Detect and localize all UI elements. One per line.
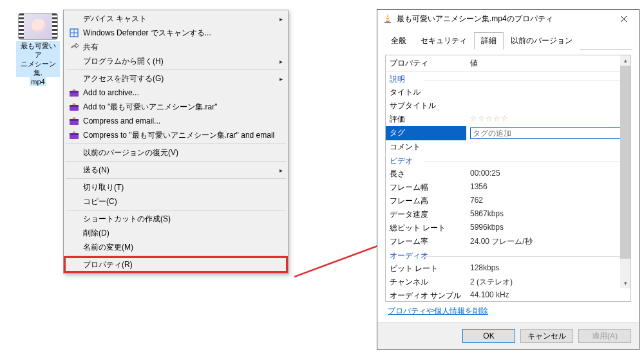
spacer-icon [68,182,80,193]
tag-input[interactable] [470,127,622,139]
menu-send-to[interactable]: 送る(N) ▸ [65,163,287,177]
menu-defender-scan[interactable]: Windows Defender でスキャンする... [65,26,287,40]
row-length-value[interactable]: 00:00:25 [466,167,630,181]
properties-dialog: 最も可愛いアニメシーン集.mp4のプロパティ 全般 セキュリティ 詳細 以前のバ… [377,9,639,350]
spacer-icon [68,241,80,253]
svg-rect-6 [70,119,79,121]
menu-delete[interactable]: 削除(D) [65,226,287,240]
row-frame-rate-label[interactable]: フレーム率 [386,235,466,248]
row-sample-rate-value[interactable]: 44.100 kHz [466,289,630,302]
row-frame-height-value[interactable]: 762 [466,194,630,208]
row-frame-width-label[interactable]: フレーム幅 [386,181,466,194]
row-subtitle-label[interactable]: サブタイトル [386,99,466,113]
spacer-icon [68,147,80,158]
spacer-icon [68,73,80,84]
row-length-label[interactable]: 長さ [386,167,466,181]
svg-rect-2 [70,91,79,93]
svg-rect-8 [70,133,79,135]
close-icon [620,15,627,23]
submenu-arrow-icon: ▸ [279,15,283,23]
row-total-bitrate-label[interactable]: 総ビット レート [386,221,466,235]
row-bitrate-value[interactable]: 128kbps [466,262,630,275]
submenu-arrow-icon: ▸ [279,167,283,174]
details-property-grid: プロパティ 値 説明 タイトル サブタイトル 評価 ☆☆☆☆☆ タグ コメント … [385,55,631,302]
dialog-titlebar[interactable]: 最も可愛いアニメシーン集.mp4のプロパティ [377,10,639,28]
header-property: プロパティ [386,55,466,72]
menu-separator [66,256,286,256]
row-comment-label[interactable]: コメント [386,140,466,154]
rating-stars-icon: ☆☆☆☆☆ [470,114,509,123]
tab-details[interactable]: 詳細 [474,32,504,50]
row-sample-rate-label[interactable]: オーディオ サンプル レート [386,289,466,302]
spacer-icon [68,259,80,270]
row-title-label[interactable]: タイトル [386,86,466,99]
row-channels-value[interactable]: 2 (ステレオ) [466,275,630,289]
submenu-arrow-icon: ▸ [279,58,283,65]
menu-cut[interactable]: 切り取り(T) [65,180,287,194]
submenu-arrow-icon: ▸ [279,75,283,82]
video-file-icon[interactable]: 最も可愛いア ニメシーン集. mp4 [16,13,60,86]
menu-give-access[interactable]: アクセスを許可する(G) ▸ [65,71,287,86]
row-total-bitrate-value[interactable]: 5996kbps [466,221,630,235]
spacer-icon [68,227,80,239]
svg-rect-14 [384,22,391,23]
scrollbar[interactable]: ▴ ▾ [620,55,630,288]
winrar-icon [68,115,80,127]
row-data-rate-label[interactable]: データ速度 [386,208,466,221]
cancel-button[interactable]: キャンセル [520,329,573,343]
remove-properties-link[interactable]: プロパティや個人情報を削除 [377,304,639,321]
video-thumbnail [18,13,58,40]
row-frame-height-label[interactable]: フレーム高 [386,194,466,208]
svg-rect-4 [70,105,79,107]
scroll-down-button[interactable]: ▾ [620,278,630,288]
vlc-icon [383,14,393,24]
svg-rect-12 [387,17,389,18]
menu-create-shortcut[interactable]: ショートカットの作成(S) [65,212,287,226]
menu-compress-to-email[interactable]: Compress to "最も可愛いアニメシーン集.rar" and email [65,128,287,142]
row-channels-label[interactable]: チャンネル [386,275,466,289]
tab-security[interactable]: セキュリティ [413,32,474,50]
section-audio: オーディオ [386,248,630,262]
menu-separator [66,161,286,162]
dialog-tabs: 全般 セキュリティ 詳細 以前のバージョン [377,28,639,49]
row-frame-width-value[interactable]: 1356 [466,181,630,194]
menu-add-to-rar[interactable]: Add to "最も可愛いアニメシーン集.rar" [65,100,287,114]
dialog-title: 最も可愛いアニメシーン集.mp4のプロパティ [397,14,553,24]
row-frame-rate-value[interactable]: 24.00 フレーム/秒 [466,235,630,248]
scroll-up-button[interactable]: ▴ [620,55,630,66]
menu-compress-email[interactable]: Compress and email... [65,114,287,128]
apply-button[interactable]: 適用(A) [578,329,631,343]
menu-device-cast[interactable]: デバイス キャスト ▸ [65,12,287,26]
menu-restore-previous[interactable]: 以前のバージョンの復元(V) [65,145,287,160]
row-rating-label[interactable]: 評価 [386,113,466,126]
spacer-icon [68,55,80,67]
scrollbar-thumb[interactable] [620,66,630,259]
header-value: 値 [466,55,630,72]
menu-open-with[interactable]: プログラムから開く(H) ▸ [65,54,287,68]
row-bitrate-label[interactable]: ビット レート [386,262,466,275]
menu-separator [66,178,286,179]
tab-previous-versions[interactable]: 以前のバージョン [504,32,580,50]
menu-rename[interactable]: 名前の変更(M) [65,240,287,254]
menu-add-to-archive[interactable]: Add to archive... [65,86,287,100]
menu-share[interactable]: 共有 [65,40,287,54]
section-description: 説明 [386,72,630,86]
menu-properties[interactable]: プロパティ(R) [65,257,287,272]
winrar-icon [68,129,80,141]
tab-general[interactable]: 全般 [384,32,413,50]
file-name-line3: mp4 [30,77,46,86]
row-tag-value[interactable] [466,126,630,140]
context-menu: デバイス キャスト ▸ Windows Defender でスキャンする... … [63,10,289,274]
spacer-icon [68,13,80,24]
spacer-icon [68,213,80,225]
row-data-rate-value[interactable]: 5867kbps [466,208,630,221]
ok-button[interactable]: OK [462,329,515,343]
close-button[interactable] [611,10,636,28]
menu-copy[interactable]: コピー(C) [65,194,287,209]
winrar-icon [68,101,80,113]
spacer-icon [68,164,80,176]
menu-separator [66,210,286,210]
menu-separator [66,70,286,70]
row-rating-value[interactable]: ☆☆☆☆☆ [466,113,630,126]
file-name-line1: 最も可愛いア [16,41,60,59]
